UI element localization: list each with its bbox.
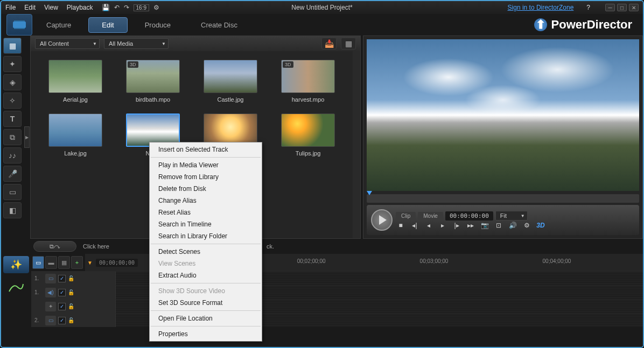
play-button[interactable] bbox=[371, 209, 393, 231]
context-menu-item[interactable]: Set 3D Source Format bbox=[150, 297, 262, 309]
help-icon[interactable]: ? bbox=[586, 4, 590, 11]
app-logo bbox=[6, 14, 32, 35]
pip-room-button[interactable]: ◈ bbox=[3, 74, 22, 90]
context-menu-item[interactable]: Detect Scenes bbox=[150, 246, 262, 258]
context-menu-item[interactable]: Search in Timeline bbox=[150, 218, 262, 230]
tab-produce[interactable]: Produce bbox=[132, 18, 184, 32]
context-menu-item[interactable]: Insert on Selected Track bbox=[150, 144, 262, 155]
playhead-marker-icon[interactable]: ▼ bbox=[87, 260, 93, 266]
track-header[interactable]: 1.▭✓🔓 bbox=[31, 272, 115, 285]
track-lock-icon[interactable]: 🔓 bbox=[68, 289, 74, 295]
media-item-label: Castle.jpg bbox=[218, 96, 244, 103]
tab-create-disc[interactable]: Create Disc bbox=[188, 18, 250, 32]
menu-separator bbox=[151, 157, 261, 158]
panel-collapse-toggle[interactable]: ▶ bbox=[24, 126, 30, 148]
media-item[interactable]: Castle.jpg bbox=[194, 60, 267, 103]
fast-fwd-icon[interactable]: ▸▸ bbox=[466, 222, 475, 229]
track-visible-checkbox[interactable]: ✓ bbox=[58, 275, 66, 282]
track-header[interactable]: 1.◀)✓🔓 bbox=[31, 286, 115, 299]
tab-capture[interactable]: Capture bbox=[33, 18, 84, 32]
timeline-tool-button[interactable]: ⧉↷ bbox=[33, 241, 76, 252]
media-thumbnail[interactable]: 3D bbox=[126, 60, 180, 93]
context-menu-item[interactable]: Play in Media Viewer bbox=[150, 159, 262, 171]
context-menu-item[interactable]: Delete from Disk bbox=[150, 183, 262, 195]
effect-room-button[interactable]: ✦ bbox=[3, 56, 22, 72]
import-media-button[interactable]: 📥 bbox=[321, 38, 337, 49]
media-thumbnail[interactable] bbox=[48, 60, 102, 93]
context-menu-item[interactable]: Extract Audio bbox=[150, 269, 262, 281]
track-visible-checkbox[interactable]: ✓ bbox=[58, 303, 66, 310]
media-item[interactable]: Lake.jpg bbox=[39, 113, 111, 157]
track-lock-icon[interactable]: 🔓 bbox=[68, 303, 74, 309]
particle-room-button[interactable]: ✧ bbox=[3, 93, 22, 109]
media-scrollbar[interactable] bbox=[353, 51, 360, 238]
media-thumbnail[interactable] bbox=[48, 113, 102, 147]
voice-room-button[interactable]: 🎤 bbox=[3, 166, 22, 182]
next-frame-icon[interactable]: |▸ bbox=[452, 222, 461, 229]
media-filter-dropdown[interactable]: All Media bbox=[104, 38, 169, 49]
menu-view[interactable]: View bbox=[44, 4, 58, 11]
redo-icon[interactable]: ↷ bbox=[124, 4, 129, 11]
menu-playback[interactable]: Playback bbox=[67, 4, 93, 11]
content-filter-dropdown[interactable]: All Content bbox=[35, 38, 100, 49]
close-button[interactable]: ✕ bbox=[629, 4, 639, 11]
movie-mode-toggle[interactable]: Movie bbox=[418, 212, 443, 220]
track-visible-checkbox[interactable]: ✓ bbox=[58, 317, 66, 324]
title-room-button[interactable]: T bbox=[3, 111, 22, 127]
signin-link[interactable]: Sign in to DirectorZone bbox=[508, 4, 574, 11]
settings-icon[interactable]: ⚙ bbox=[153, 4, 159, 11]
maximize-button[interactable]: □ bbox=[617, 4, 627, 11]
media-item[interactable]: 3Dbirdbath.mpo bbox=[117, 60, 189, 103]
track-lock-icon[interactable]: 🔓 bbox=[68, 317, 74, 323]
audio-room-button[interactable]: ♪♪ bbox=[3, 147, 22, 164]
media-thumbnail[interactable] bbox=[281, 113, 335, 147]
subtitle-room-button[interactable]: ◧ bbox=[3, 202, 22, 218]
step-back-icon[interactable]: ◂ bbox=[424, 222, 433, 229]
context-menu-item[interactable]: Remove from Library bbox=[150, 171, 262, 183]
context-menu-item[interactable]: Change Alias bbox=[150, 195, 262, 207]
transition-room-button[interactable]: ⧉ bbox=[3, 129, 22, 145]
add-track-button[interactable]: + bbox=[71, 256, 83, 269]
context-menu-item[interactable]: Search in Library Folder bbox=[150, 230, 262, 242]
svrt-button[interactable] bbox=[3, 279, 29, 296]
menu-file[interactable]: File bbox=[5, 4, 16, 11]
stop-icon[interactable]: ■ bbox=[396, 222, 405, 229]
undo-icon[interactable]: ↶ bbox=[114, 4, 120, 11]
zoom-fit-dropdown[interactable]: Fit bbox=[495, 211, 528, 221]
track-header[interactable]: 2.▭✓🔓 bbox=[31, 314, 115, 327]
track-view-3[interactable]: ▦ bbox=[58, 256, 70, 269]
track-view-2[interactable]: ▬ bbox=[45, 256, 57, 269]
media-item[interactable]: Aerial.jpg bbox=[39, 60, 111, 103]
step-fwd-icon[interactable]: ▸ bbox=[438, 222, 447, 229]
media-thumbnail[interactable] bbox=[204, 60, 257, 93]
context-menu-item[interactable]: Reset Alias bbox=[150, 207, 262, 218]
media-room-button[interactable]: ▦ bbox=[3, 38, 22, 54]
track-header[interactable]: ✦✓🔓 bbox=[31, 300, 115, 313]
save-icon[interactable]: 💾 bbox=[102, 4, 110, 11]
prev-frame-icon[interactable]: ◂| bbox=[410, 222, 419, 229]
clip-mode-toggle[interactable]: Clip bbox=[396, 212, 416, 220]
track-lock-icon[interactable]: 🔓 bbox=[68, 275, 74, 281]
track-visible-checkbox[interactable]: ✓ bbox=[58, 289, 66, 296]
track-view-1[interactable]: ▭ bbox=[32, 256, 44, 269]
context-menu-item[interactable]: Properties bbox=[150, 328, 262, 340]
media-thumbnail[interactable]: 3D bbox=[281, 60, 335, 93]
menu-edit[interactable]: Edit bbox=[24, 4, 36, 11]
media-item[interactable]: 3Dharvest.mpo bbox=[272, 60, 344, 103]
tab-edit[interactable]: Edit bbox=[88, 17, 127, 33]
context-menu-item[interactable]: Open File Location bbox=[150, 313, 262, 324]
volume-icon[interactable]: 🔊 bbox=[508, 222, 517, 229]
media-item[interactable]: Tulips.jpg bbox=[272, 113, 344, 157]
upload-icon: ⬆ bbox=[534, 18, 547, 31]
minimize-button[interactable]: ─ bbox=[605, 4, 615, 11]
preview-viewport[interactable] bbox=[367, 39, 639, 191]
magic-tools-button[interactable]: ✨ bbox=[3, 256, 29, 273]
library-menu-button[interactable]: ▦ bbox=[341, 38, 356, 49]
preview-3d-button[interactable]: 3D bbox=[536, 222, 545, 229]
snapshot-icon[interactable]: 📷 bbox=[480, 222, 489, 229]
preview-scrubber[interactable] bbox=[367, 194, 639, 203]
quality-icon[interactable]: ⚙ bbox=[522, 222, 531, 229]
display-options-icon[interactable]: ⊡ bbox=[494, 222, 503, 229]
chapter-room-button[interactable]: ▭ bbox=[3, 184, 22, 200]
aspect-ratio-dropdown[interactable]: 16:9 bbox=[134, 4, 149, 11]
